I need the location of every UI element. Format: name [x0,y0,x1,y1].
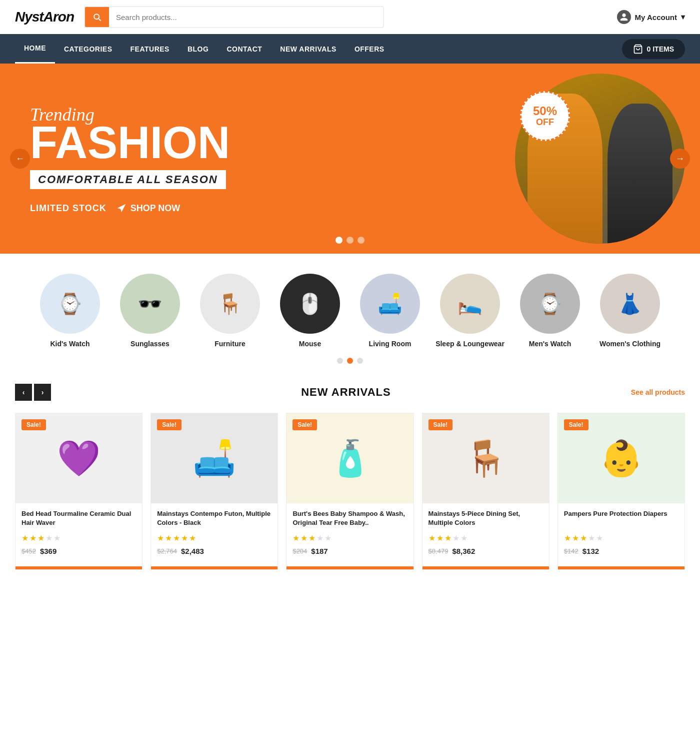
banner-actions: LIMITED STOCK SHOP NOW [30,203,670,214]
cat-image-living-room: 🛋️ [360,274,420,334]
price-sale-3: $187 [311,547,328,555]
product-info-4: Mainstays 5-Piece Dining Set, Multiple C… [422,503,549,561]
sale-badge-4: Sale! [428,419,453,430]
product-name-4: Mainstays 5-Piece Dining Set, Multiple C… [428,509,543,529]
categories-section: ⌚ Kid's Watch 🕶️ Sunglasses 🪑 Furniture … [0,254,700,374]
product-name-5: Pampers Pure Protection Diapers [564,509,678,529]
search-button[interactable] [85,7,109,27]
banner-tagline: COMFORTABLE ALL SEASON [30,170,226,189]
banner-dot-1[interactable] [336,237,342,244]
price-sale-1: $369 [40,547,56,555]
product-card-4: Sale! 🪑 Mainstays 5-Piece Dining Set, Mu… [422,413,550,570]
nav-item-blog[interactable]: BLOG [178,35,218,63]
cat-dot-2[interactable] [347,358,353,364]
logo[interactable]: NystAron [15,9,74,25]
cat-dot-3[interactable] [357,358,363,364]
product-img-5: Sale! 👶 [558,413,684,503]
product-next-button[interactable]: › [34,384,51,401]
cat-dot-1[interactable] [337,358,343,364]
add-to-cart-bar-1[interactable] [16,566,142,569]
cat-label-mouse: Mouse [299,340,321,348]
cart-icon [633,44,643,54]
price-sale-4: $8,362 [452,547,475,555]
add-to-cart-bar-4[interactable] [422,566,549,569]
banner: Trending FASHION COMFORTABLE ALL SEASON … [0,64,700,254]
shop-now-button[interactable]: SHOP NOW [116,203,180,214]
account-icon [617,10,631,24]
product-img-2: Sale! 🛋️ [151,413,278,503]
account-label: My Account [635,13,677,22]
product-stars-1: ★★★★★ [22,533,136,543]
add-to-cart-bar-3[interactable] [286,566,413,569]
nav-item-features[interactable]: FEATURES [122,35,178,63]
nav: HOME CATEGORIES FEATURES BLOG CONTACT NE… [0,34,700,64]
product-card-2: Sale! 🛋️ Mainstays Contempo Futon, Multi… [150,413,278,570]
cat-item-furniture[interactable]: 🪑 Furniture [195,274,265,348]
cat-label-mens-watch: Men's Watch [529,340,572,348]
banner-stock: LIMITED STOCK [30,203,106,214]
sale-badge-5: Sale! [564,419,588,430]
nav-item-contact[interactable]: CONTACT [218,35,271,63]
products-grid: Sale! 💜 Bed Head Tourmaline Ceramic Dual… [15,413,685,570]
product-info-1: Bed Head Tourmaline Ceramic Dual Hair Wa… [16,503,142,561]
cat-item-sunglasses[interactable]: 🕶️ Sunglasses [115,274,185,348]
price-sale-5: $132 [582,547,599,555]
price-original-5: $142 [564,547,578,555]
send-icon [116,203,126,213]
cat-image-mens-watch: ⌚ [520,274,580,334]
banner-prev-button[interactable]: ← [10,149,30,169]
banner-dots [336,237,364,244]
search-input[interactable] [109,8,383,27]
cat-label-womens-clothing: Women's Clothing [600,340,660,348]
price-original-1: $452 [22,547,36,555]
cat-item-mouse[interactable]: 🖱️ Mouse [275,274,345,348]
cat-item-womens-clothing[interactable]: 👗 Women's Clothing [595,274,665,348]
user-icon [620,13,628,22]
nav-item-offers[interactable]: OFFERS [346,35,394,63]
product-prev-button[interactable]: ‹ [15,384,32,401]
search-icon [92,12,102,22]
account-caret: ▾ [681,13,685,22]
price-original-3: $204 [292,547,307,555]
cat-label-living-room: Living Room [369,340,412,348]
cart-button[interactable]: 0 ITEMS [622,39,685,59]
cat-item-mens-watch[interactable]: ⌚ Men's Watch [515,274,585,348]
new-arrivals-section: ‹ › NEW ARRIVALS See all products Sale! … [0,374,700,590]
cat-image-furniture: 🪑 [200,274,260,334]
product-nav-arrows: ‹ › [15,384,51,401]
nav-item-home[interactable]: HOME [15,34,55,64]
cat-item-living-room[interactable]: 🛋️ Living Room [355,274,425,348]
banner-title: FASHION [30,120,670,165]
cat-image-womens-clothing: 👗 [600,274,660,334]
add-to-cart-bar-2[interactable] [151,566,278,569]
category-dots [15,358,685,364]
nav-item-new-arrivals[interactable]: NEW ARRIVALS [271,35,346,63]
product-info-2: Mainstays Contempo Futon, Multiple Color… [151,503,278,561]
banner-content: Trending FASHION COMFORTABLE ALL SEASON … [0,84,700,234]
price-row-4: $8,479 $8,362 [428,547,543,555]
section-header: ‹ › NEW ARRIVALS See all products [15,384,685,401]
product-stars-4: ★★★★★ [428,533,543,543]
banner-dot-3[interactable] [358,237,364,244]
categories-grid: ⌚ Kid's Watch 🕶️ Sunglasses 🪑 Furniture … [15,274,685,348]
nav-items: HOME CATEGORIES FEATURES BLOG CONTACT NE… [15,34,622,64]
cat-item-kids-watch[interactable]: ⌚ Kid's Watch [35,274,105,348]
price-row-1: $452 $369 [22,547,136,555]
product-img-4: Sale! 🪑 [422,413,549,503]
cat-item-sleep-loungewear[interactable]: 🛌 Sleep & Loungewear [435,274,505,348]
product-name-1: Bed Head Tourmaline Ceramic Dual Hair Wa… [22,509,136,529]
product-stars-2: ★★★★★ [157,533,272,543]
banner-dot-2[interactable] [346,237,354,244]
product-img-1: Sale! 💜 [16,413,142,503]
section-title: NEW ARRIVALS [61,386,631,399]
see-all-link[interactable]: See all products [631,388,685,396]
cat-label-kids-watch: Kid's Watch [50,340,90,348]
banner-next-button[interactable]: → [670,149,690,169]
sale-badge-3: Sale! [292,419,317,430]
account-area[interactable]: My Account ▾ [617,10,685,24]
add-to-cart-bar-5[interactable] [558,566,684,569]
nav-item-categories[interactable]: CATEGORIES [55,35,122,63]
price-row-3: $204 $187 [292,547,407,555]
product-card-5: Sale! 👶 Pampers Pure Protection Diapers … [558,413,685,570]
sale-badge-2: Sale! [157,419,182,430]
